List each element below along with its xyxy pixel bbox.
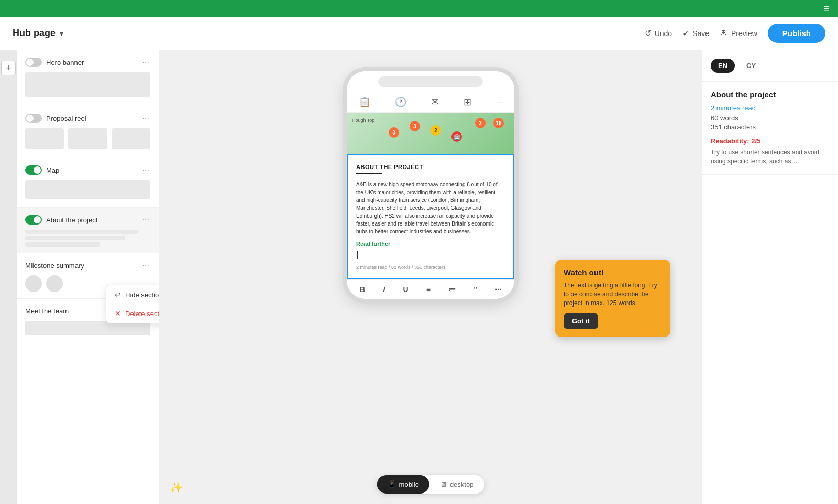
section-item-map: Map ··· [17,158,159,208]
delete-section-button[interactable]: ✕ Delete section [106,304,159,323]
avatar-1 [25,275,42,292]
section-item-proposal-reel: Proposal reel ··· [17,106,159,158]
toggle-hero[interactable] [25,58,42,67]
section-name-milestone: Milestone summary [25,262,137,270]
add-panel: + [0,50,17,504]
dots-menu-hero[interactable]: ··· [141,57,150,68]
italic-icon[interactable]: I [383,285,385,294]
got-it-button[interactable]: Got it [564,313,598,329]
preview-label: Preview [731,29,757,38]
bold-icon[interactable]: B [360,285,365,294]
section-header-proposal: Proposal reel ··· [25,113,150,124]
section-header-milestone: Milestone summary ··· [25,260,150,271]
delete-section-label: Delete section [125,310,159,318]
content-title: ABOUT THE PROJECT [356,164,505,170]
page-title: Hub page [13,28,56,39]
device-nav: 📋 🕐 ✉ ⊞ ··· [347,92,514,113]
undo-button[interactable]: ↺ Undo [645,28,672,38]
toggle-proposal[interactable] [25,114,42,123]
preview-block-2 [68,128,107,149]
preview-hero [25,72,150,97]
section-name-proposal: Proposal reel [46,115,137,122]
header: Hub page ▾ ↺ Undo ✓ Save 👁 Preview Publi… [0,17,838,50]
map-label: Hough Top [352,118,374,123]
read-further-link[interactable]: Read further [356,241,505,247]
list-icon[interactable]: ≡ [426,285,431,294]
preview-block-1 [25,128,64,149]
check-icon: ✓ [682,28,689,38]
mobile-switch-button[interactable]: 📱 mobile [377,475,429,494]
preview-line-1 [25,230,138,234]
nav-dots[interactable]: ··· [496,98,502,106]
preview-block-3 [112,128,150,149]
readability-hint: Try to use shorter sentences and avoid u… [711,148,830,166]
device-frame: 📋 🕐 ✉ ⊞ ··· Hough Top 3 3 2 🏥 3 16 ABOUT… [347,71,514,299]
dots-menu-proposal[interactable]: ··· [141,113,150,124]
delete-icon: ✕ [115,309,121,318]
add-section-button[interactable]: + [1,61,16,75]
map-pin-2: 3 [410,121,420,131]
project-info: About the project 2 minutes read 60 word… [702,82,838,175]
section-name-hero: Hero banner [46,59,137,66]
device-top [347,71,514,92]
read-time[interactable]: 2 minutes read [711,104,830,112]
lang-cy-button[interactable]: CY [739,59,763,73]
save-button[interactable]: ✓ Save [682,28,709,38]
toggle-about[interactable] [25,215,42,225]
save-label: Save [692,29,709,38]
publish-button[interactable]: Publish [768,24,825,43]
more-icon[interactable]: ··· [495,285,501,294]
map-pin-3: 2 [431,125,441,136]
top-bar: ≡ [0,0,838,17]
quote-icon[interactable]: " [473,285,477,294]
section-header-map: Map ··· [25,164,150,176]
map-pin-hospital: 🏥 [451,131,462,142]
section-header-about: About the project ··· [25,214,150,226]
device-search-bar [378,76,483,87]
desktop-label: desktop [450,480,474,488]
readability-section: Readability: 2/5 Try to use shorter sent… [711,137,830,166]
section-item-about: About the project ··· [17,208,159,253]
ordered-list-icon[interactable]: ≔ [448,285,456,294]
nav-icon-clock[interactable]: 🕐 [395,96,406,108]
text-cursor [357,251,358,259]
chevron-down-icon[interactable]: ▾ [60,29,63,38]
hide-icon: ↩ [115,290,121,299]
lang-en-button[interactable]: EN [711,59,735,73]
dots-menu-about[interactable]: ··· [141,214,150,226]
device-switcher: 📱 mobile 🖥 desktop [377,475,484,494]
undo-icon: ↺ [645,28,652,38]
nav-icon-layers[interactable]: ⊞ [464,96,471,108]
map-pin-1: 3 [389,127,399,138]
preview-line-3 [25,242,100,247]
section-item-milestone: Milestone summary ··· ↩ Hide section ✕ D… [17,253,159,299]
toggle-map[interactable] [25,165,42,175]
magic-wand-icon[interactable]: ✨ [170,481,183,494]
preview-button[interactable]: 👁 Preview [720,29,757,38]
device-map: Hough Top 3 3 2 🏥 3 16 [347,113,514,154]
preview-about [25,230,150,247]
underline-icon[interactable]: U [403,285,408,294]
lang-switcher: EN CY [702,50,838,82]
section-name-map: Map [46,166,137,174]
context-menu: ↩ Hide section ✕ Delete section [106,285,159,323]
hide-section-label: Hide section [125,291,159,299]
right-panel: EN CY About the project 2 minutes read 6… [702,50,838,504]
word-count: 60 words [711,114,830,122]
dots-menu-map[interactable]: ··· [141,164,150,176]
map-pin-4: 3 [475,118,486,128]
nav-icon-send[interactable]: ✉ [431,96,439,108]
desktop-switch-button[interactable]: 🖥 desktop [429,475,484,494]
header-left: Hub page ▾ [13,28,63,39]
preview-map [25,180,150,199]
desktop-icon: 🖥 [440,480,447,488]
hamburger-icon[interactable]: ≡ [823,3,830,15]
hide-section-button[interactable]: ↩ Hide section [106,285,159,304]
dots-menu-milestone[interactable]: ··· [141,260,150,271]
nav-icon-docs[interactable]: 📋 [359,96,370,108]
canvas-area: 📋 🕐 ✉ ⊞ ··· Hough Top 3 3 2 🏥 3 16 ABOUT… [159,50,702,504]
sections-panel: Hero banner ··· Proposal reel ··· Map [17,50,159,504]
map-pin-5: 16 [493,118,504,128]
mobile-label: mobile [399,480,419,488]
section-header-hero: Hero banner ··· [25,57,150,68]
